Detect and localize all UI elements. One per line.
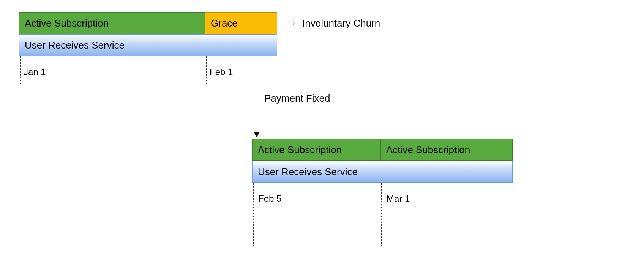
- top-active-subscription-bar: Active Subscription: [19, 12, 205, 34]
- bottom-service-bar: User Receives Service: [252, 161, 513, 183]
- top-date-feb1: Feb 1: [210, 67, 233, 77]
- arrow-down-icon: [254, 132, 260, 137]
- top-guide-jan1: [20, 56, 21, 86]
- bottom-active1-label: Active Subscription: [258, 144, 342, 156]
- bottom-active2-bar: Active Subscription: [380, 139, 513, 161]
- top-grace-label: Grace: [211, 17, 238, 29]
- bottom-date-mar1: Mar 1: [387, 193, 410, 204]
- involuntary-churn-label: Involuntary Churn: [302, 17, 380, 29]
- top-date-jan1: Jan 1: [24, 67, 46, 77]
- arrow-right-icon: →: [287, 17, 297, 29]
- bottom-active1-bar: Active Subscription: [252, 139, 380, 161]
- top-service-label: User Receives Service: [25, 39, 125, 51]
- bottom-active2-label: Active Subscription: [386, 144, 470, 156]
- top-active-subscription-label: Active Subscription: [25, 17, 109, 29]
- top-guide-feb1: [206, 56, 207, 86]
- payment-fixed-label: Payment Fixed: [264, 93, 330, 104]
- diagram-stage: Active Subscription Grace User Receives …: [0, 0, 644, 267]
- top-service-bar: User Receives Service: [19, 34, 277, 56]
- bottom-guide-feb5: [253, 183, 254, 247]
- bottom-guide-mar1: [381, 183, 382, 247]
- bottom-date-feb5: Feb 5: [258, 193, 281, 204]
- bottom-service-label: User Receives Service: [258, 166, 358, 178]
- top-grace-bar: Grace: [205, 12, 277, 34]
- payment-fixed-connector: [257, 34, 257, 133]
